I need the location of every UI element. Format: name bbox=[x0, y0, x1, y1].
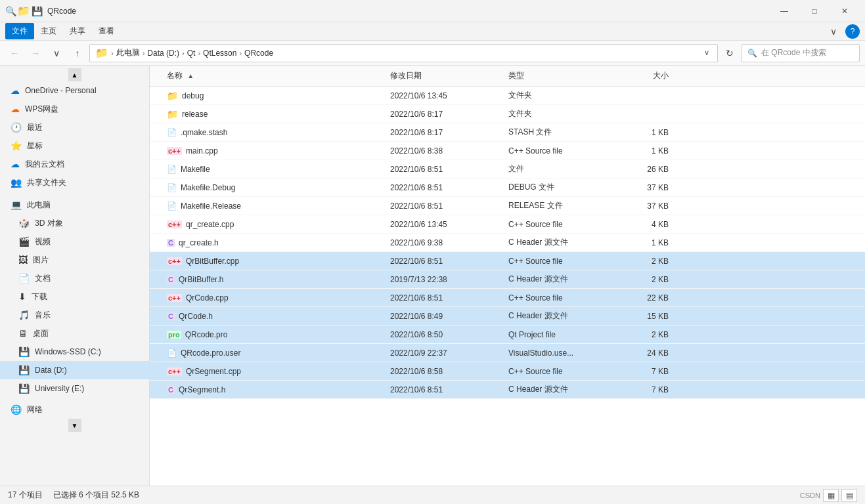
cpp-icon: c++ bbox=[167, 257, 182, 265]
breadcrumb-qrcode[interactable]: QRcode bbox=[244, 49, 273, 58]
table-row[interactable]: 📄 Makefile.Release 2022/10/6 8:51 RELEAS… bbox=[150, 197, 865, 215]
file-type-cell: C++ Source file bbox=[503, 257, 608, 266]
file-date-cell: 2022/10/6 13:45 bbox=[385, 220, 503, 229]
file-name-cell: 📄 .qmake.stash bbox=[162, 128, 385, 137]
sidebar-item-video[interactable]: 🎬 视频 bbox=[0, 232, 149, 251]
table-row[interactable]: pro QRcode.pro 2022/10/6 8:50 Qt Project… bbox=[150, 326, 865, 344]
sidebar-item-starred[interactable]: ⭐ 星标 bbox=[0, 136, 149, 155]
table-row[interactable]: C QrCode.h 2022/10/6 8:49 C Header 源文件 1… bbox=[150, 307, 865, 326]
breadcrumb-qt[interactable]: Qt bbox=[187, 49, 196, 58]
col-header-size[interactable]: 大小 bbox=[608, 70, 674, 81]
sidebar-item-pictures[interactable]: 🖼 图片 bbox=[0, 251, 149, 269]
table-row[interactable]: C qr_create.h 2022/10/6 9:38 C Header 源文… bbox=[150, 234, 865, 252]
address-bar[interactable]: 📁 › 此电脑 › Data (D:) › Qt › QtLesson › QR… bbox=[89, 44, 718, 62]
sidebar-item-downloads[interactable]: ⬇ 下载 bbox=[0, 287, 149, 306]
menu-view[interactable]: 查看 bbox=[92, 23, 121, 39]
sidebar-item-pc[interactable]: 💻 此电脑 bbox=[0, 196, 149, 214]
chevron-down-icon[interactable]: ∨ bbox=[824, 24, 843, 39]
table-row[interactable]: 📄 QRcode.pro.user 2022/10/9 22:37 Visual… bbox=[150, 344, 865, 362]
table-row[interactable]: 📁 debug 2022/10/6 13:45 文件夹 bbox=[150, 87, 865, 105]
documents-icon: 📄 bbox=[18, 273, 30, 284]
minimize-button[interactable]: — bbox=[769, 0, 799, 22]
file-date-cell: 2022/10/6 8:51 bbox=[385, 293, 503, 303]
sidebar-item-recent[interactable]: 🕐 最近 bbox=[0, 118, 149, 136]
file-name-text: Makefile bbox=[181, 165, 210, 174]
sidebar-item-cloud[interactable]: ☁ 我的云文档 bbox=[0, 155, 149, 173]
sidebar-item-desktop[interactable]: 🖥 桌面 bbox=[0, 324, 149, 343]
menu-file[interactable]: 文件 bbox=[5, 23, 34, 39]
breadcrumb: 📁 › 此电脑 › Data (D:) › Qt › QtLesson › QR… bbox=[95, 47, 273, 59]
table-row[interactable]: c++ QrBitBuffer.cpp 2022/10/6 8:51 C++ S… bbox=[150, 252, 865, 270]
col-header-date[interactable]: 修改日期 bbox=[385, 70, 503, 81]
refresh-button[interactable]: ↻ bbox=[721, 44, 739, 62]
shared-icon: 👥 bbox=[11, 177, 22, 188]
address-bar-arrow[interactable]: ∨ bbox=[701, 49, 712, 57]
file-name-cell: 📄 Makefile.Release bbox=[162, 201, 385, 211]
table-row[interactable]: c++ QrSegment.cpp 2022/10/6 8:58 C++ Sou… bbox=[150, 362, 865, 381]
file-name-text: QrBitBuffer.h bbox=[179, 275, 223, 284]
sidebar-item-music[interactable]: 🎵 音乐 bbox=[0, 306, 149, 324]
sidebar-item-drive-e[interactable]: 💾 University (E:) bbox=[0, 379, 149, 398]
file-size-cell: 1 KB bbox=[608, 146, 674, 156]
dropdown-button[interactable]: ∨ bbox=[47, 44, 66, 62]
table-row[interactable]: c++ QrCode.cpp 2022/10/6 8:51 C++ Source… bbox=[150, 289, 865, 307]
table-row[interactable]: c++ qr_create.cpp 2022/10/6 13:45 C++ So… bbox=[150, 215, 865, 234]
view-icon-list[interactable]: ▤ bbox=[841, 489, 857, 502]
close-button[interactable]: ✕ bbox=[830, 0, 860, 22]
col-header-type[interactable]: 类型 bbox=[503, 70, 608, 81]
file-type-cell: C Header 源文件 bbox=[503, 384, 608, 395]
table-row[interactable]: C QrSegment.h 2022/10/6 8:51 C Header 源文… bbox=[150, 381, 865, 399]
table-row[interactable]: 📁 release 2022/10/6 8:17 文件夹 bbox=[150, 105, 865, 123]
sidebar-item-shared[interactable]: 👥 共享文件夹 bbox=[0, 173, 149, 192]
menu-share[interactable]: 共享 bbox=[63, 23, 92, 39]
search-icon: 🔍 bbox=[5, 6, 16, 16]
status-bar: 17 个项目 已选择 6 个项目 52.5 KB CSDN ▦ ▤ bbox=[0, 486, 865, 504]
sidebar-item-network[interactable]: 🌐 网络 bbox=[0, 400, 149, 419]
sidebar-item-drive-c[interactable]: 💾 Windows-SSD (C:) bbox=[0, 343, 149, 361]
sidebar-item-documents[interactable]: 📄 文档 bbox=[0, 269, 149, 287]
table-row[interactable]: c++ main.cpp 2022/10/6 8:38 C++ Source f… bbox=[150, 142, 865, 160]
breadcrumb-d[interactable]: Data (D:) bbox=[147, 49, 179, 58]
sidebar-label-music: 音乐 bbox=[35, 310, 51, 321]
maximize-button[interactable]: □ bbox=[799, 0, 830, 22]
up-button[interactable]: ↑ bbox=[68, 44, 87, 62]
file-date-cell: 2022/10/6 8:17 bbox=[385, 128, 503, 137]
file-name-text: Makefile.Debug bbox=[181, 183, 235, 192]
search-box[interactable]: 🔍 在 QRcode 中搜索 bbox=[742, 44, 860, 62]
menu-home[interactable]: 主页 bbox=[34, 23, 63, 39]
main-area: ▲ ☁ OneDrive - Personal ☁ WPS网盘 🕐 最近 ⭐ 星… bbox=[0, 66, 865, 486]
file-name-cell: 📄 QRcode.pro.user bbox=[162, 348, 385, 358]
sidebar-item-3d[interactable]: 🎲 3D 对象 bbox=[0, 214, 149, 232]
sidebar-scroll-down[interactable]: ▼ bbox=[68, 419, 81, 432]
breadcrumb-qtlesson[interactable]: QtLesson bbox=[203, 49, 236, 58]
address-bar-row: ← → ∨ ↑ 📁 › 此电脑 › Data (D:) › Qt › QtLes… bbox=[0, 41, 865, 66]
file-date-cell: 2022/10/6 8:51 bbox=[385, 257, 503, 266]
col-header-name[interactable]: 名称 ▲ bbox=[162, 70, 385, 81]
sidebar-item-wps[interactable]: ☁ WPS网盘 bbox=[0, 100, 149, 118]
forward-button[interactable]: → bbox=[26, 44, 45, 62]
file-size-cell: 4 KB bbox=[608, 220, 674, 229]
sidebar-scroll-up[interactable]: ▲ bbox=[68, 68, 81, 81]
file-date-cell: 2022/10/6 8:51 bbox=[385, 183, 503, 192]
table-row[interactable]: C QrBitBuffer.h 2019/7/13 22:38 C Header… bbox=[150, 270, 865, 289]
view-icon-grid[interactable]: ▦ bbox=[823, 489, 839, 502]
file-date-cell: 2022/10/6 9:38 bbox=[385, 238, 503, 247]
breadcrumb-pc[interactable]: 此电脑 bbox=[116, 47, 140, 58]
sidebar-label-drive-c: Windows-SSD (C:) bbox=[35, 347, 101, 356]
sidebar-item-drive-d[interactable]: 💾 Data (D:) bbox=[0, 361, 149, 379]
file-size-cell: 2 KB bbox=[608, 330, 674, 339]
help-button[interactable]: ? bbox=[845, 24, 860, 39]
sidebar-label-drive-d: Data (D:) bbox=[35, 366, 67, 375]
table-row[interactable]: 📄 .qmake.stash 2022/10/6 8:17 STASH 文件 1… bbox=[150, 123, 865, 142]
h-icon: C bbox=[167, 386, 175, 394]
back-button[interactable]: ← bbox=[5, 44, 24, 62]
table-row[interactable]: 📄 Makefile.Debug 2022/10/6 8:51 DEBUG 文件… bbox=[150, 178, 865, 197]
folder-icon: 📁 bbox=[167, 109, 178, 119]
file-name-cell: C qr_create.h bbox=[162, 238, 385, 247]
file-name-cell: C QrSegment.h bbox=[162, 385, 385, 394]
drive-e-icon: 💾 bbox=[18, 383, 30, 394]
sidebar-label-wps: WPS网盘 bbox=[25, 104, 58, 115]
table-row[interactable]: 📄 Makefile 2022/10/6 8:51 文件 26 KB bbox=[150, 160, 865, 178]
sidebar-label-starred: 星标 bbox=[27, 140, 43, 152]
sidebar-item-onedrive[interactable]: ☁ OneDrive - Personal bbox=[0, 81, 149, 100]
